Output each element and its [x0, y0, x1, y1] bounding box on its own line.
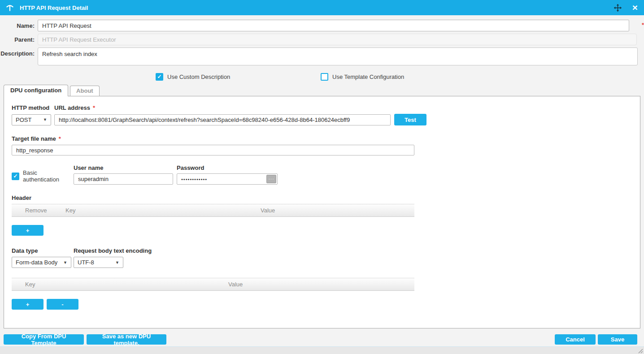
save-button[interactable]: Save: [598, 334, 637, 345]
target-file-name-input[interactable]: [12, 145, 414, 155]
tab-dpu-configuration[interactable]: DPU configuration: [4, 85, 68, 96]
bottom-status-strip: [0, 346, 644, 354]
column-value: Value: [215, 281, 414, 288]
body-table-section: Key Value + -: [12, 278, 640, 310]
copy-from-template-button[interactable]: Copy From DPU Template: [4, 334, 84, 345]
data-type-select[interactable]: Form-data Body ▼: [12, 257, 71, 268]
chevron-down-icon: ▼: [43, 117, 47, 122]
close-icon[interactable]: ×: [632, 3, 638, 12]
method-url-labels: HTTP method URL address *: [12, 104, 640, 111]
column-remove: Remove: [12, 207, 65, 214]
tab-about[interactable]: About: [70, 86, 100, 96]
http-method-label: HTTP method: [12, 104, 54, 111]
parent-input: [38, 34, 637, 45]
parent-label: Parent:: [0, 34, 38, 43]
basic-auth-option[interactable]: ✓ Basic authentication: [12, 169, 74, 185]
save-as-template-button[interactable]: Save as new DPU template.: [87, 334, 166, 345]
url-address-input[interactable]: [54, 114, 391, 125]
footer-right-group: Cancel Save: [555, 334, 640, 345]
password-input[interactable]: [177, 173, 278, 185]
test-button[interactable]: Test: [394, 114, 426, 125]
target-file-section: Target file name *: [12, 135, 640, 155]
config-tabs: DPU configuration About: [0, 85, 644, 96]
required-marker: *: [93, 104, 95, 111]
name-label: Name:: [0, 20, 38, 29]
chevron-down-icon: ▼: [115, 260, 119, 265]
dialog-title: HTTP API Request Detail: [20, 4, 88, 11]
column-value: Value: [247, 207, 414, 214]
user-name-field: User name: [74, 164, 177, 185]
url-address-label: URL address: [54, 104, 90, 111]
basic-auth-section: ✓ Basic authentication User name Passwor…: [12, 164, 640, 185]
remove-body-row-button[interactable]: -: [47, 299, 78, 310]
dialog-footer: Copy From DPU Template Save as new DPU t…: [4, 328, 640, 345]
http-method-select[interactable]: POST ▼: [12, 114, 51, 125]
move-icon[interactable]: [614, 3, 622, 12]
http-api-request-detail-dialog: { "colors": { "accent": "#18ace6", "butt…: [0, 0, 644, 354]
add-header-row-button[interactable]: +: [12, 225, 44, 236]
header-table: Remove Key Value: [12, 204, 414, 217]
dpu-configuration-panel: HTTP method URL address * POST ▼ Test Ta…: [4, 96, 640, 328]
column-key: Key: [12, 281, 215, 288]
body-table-buttons: + -: [12, 299, 640, 310]
basic-auth-checkbox[interactable]: ✓: [12, 173, 19, 180]
body-table-head: Key Value: [12, 278, 414, 291]
use-custom-description-checkbox[interactable]: ✓: [156, 73, 163, 81]
name-row: Name: *: [0, 20, 644, 31]
header-table-label: Header: [12, 194, 640, 201]
name-input[interactable]: [38, 20, 629, 31]
use-template-configuration-option[interactable]: Use Template Configuration: [321, 73, 404, 81]
data-type-value: Form-data Body: [16, 259, 57, 266]
body-config-controls: Form-data Body ▼ UTF-8 ▼: [12, 257, 640, 268]
encoding-label: Request body text encoding: [74, 247, 152, 254]
description-label: Description:: [0, 47, 38, 57]
basic-auth-label: Basic authentication: [23, 169, 74, 183]
options-row: ✓ Use Custom Description Use Template Co…: [0, 73, 644, 81]
description-input[interactable]: Refresh search index: [38, 47, 638, 65]
dpu-general-form: Name: * Parent: Description: Refresh sea…: [0, 15, 644, 81]
use-custom-description-option[interactable]: ✓ Use Custom Description: [156, 73, 321, 81]
password-label: Password: [177, 164, 278, 171]
data-type-label: Data type: [12, 247, 74, 254]
body-table: Key Value: [12, 278, 414, 291]
user-name-input[interactable]: [74, 173, 173, 185]
header-section: Header Remove Key Value +: [12, 194, 640, 236]
use-custom-description-label: Use Custom Description: [167, 73, 230, 80]
method-url-controls: POST ▼ Test: [12, 114, 640, 125]
body-config-section: Data type Request body text encoding For…: [12, 247, 640, 268]
use-template-configuration-label: Use Template Configuration: [332, 73, 404, 80]
required-marker: *: [642, 20, 644, 28]
target-file-name-label: Target file name: [12, 135, 56, 142]
parent-row: Parent:: [0, 34, 644, 45]
dialog-titlebar: HTTP API Request Detail ×: [0, 0, 644, 15]
encoding-value: UTF-8: [78, 259, 94, 266]
ellipsis-icon[interactable]: ···: [266, 175, 276, 183]
resize-handle-icon[interactable]: [637, 347, 643, 354]
required-marker: *: [59, 135, 61, 142]
add-body-row-button[interactable]: +: [12, 299, 44, 310]
header-table-head: Remove Key Value: [12, 204, 414, 217]
use-template-configuration-checkbox[interactable]: [321, 73, 328, 81]
chevron-down-icon: ▼: [63, 260, 67, 265]
column-key: Key: [65, 207, 247, 214]
password-field: Password ···: [177, 164, 278, 185]
body-config-labels: Data type Request body text encoding: [12, 247, 640, 254]
pickaxe-icon: [5, 3, 14, 12]
cancel-button[interactable]: Cancel: [555, 334, 596, 345]
description-row: Description: Refresh search index: [0, 47, 644, 67]
http-method-value: POST: [16, 117, 31, 123]
user-name-label: User name: [74, 164, 177, 171]
encoding-select[interactable]: UTF-8 ▼: [74, 257, 123, 268]
